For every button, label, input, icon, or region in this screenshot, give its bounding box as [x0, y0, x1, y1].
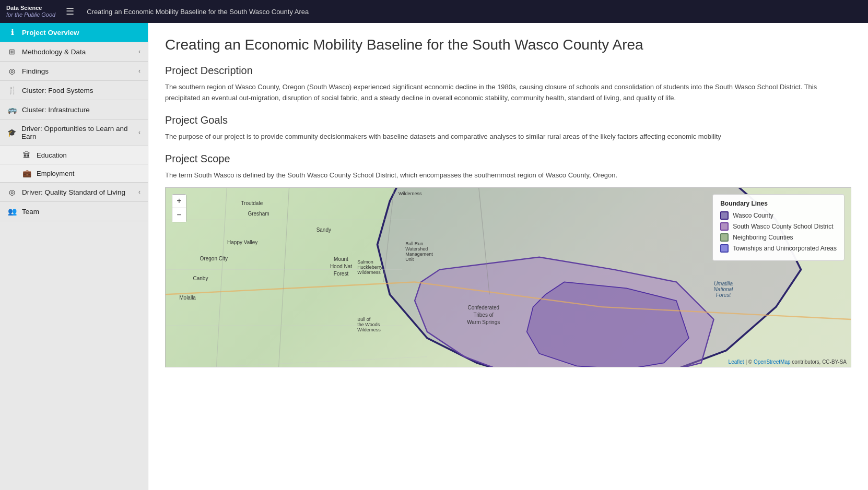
legend-label-south-wasco: South Wasco County School District	[733, 223, 833, 230]
zoom-out-button[interactable]: −	[172, 208, 186, 222]
legend-label-townships: Townships and Unincorporated Areas	[733, 245, 837, 252]
sidebar-item-left-project-overview: ℹ Project Overview	[7, 28, 79, 37]
topbar-page-title: Creating an Economic Mobility Baseline f…	[87, 8, 309, 16]
sidebar-icon-methodology-data: ⊞	[7, 47, 17, 56]
section-scope-title: Project Scope	[165, 153, 851, 165]
sidebar-item-cluster-infra[interactable]: 🚌 Cluster: Infrastructure	[0, 100, 148, 119]
sidebar-icon-cluster-infra: 🚌	[7, 105, 17, 114]
topbar: Data Science for the Public Good ☰ Creat…	[0, 0, 868, 23]
sidebar-sub-item-employment[interactable]: 💼 Employment	[0, 164, 148, 183]
map-legend-title: Boundary Lines	[720, 200, 837, 207]
sidebar-item-project-overview[interactable]: ℹ Project Overview	[0, 23, 148, 42]
legend-item-south-wasco: South Wasco County School District	[720, 222, 837, 231]
sidebar: ℹ Project Overview ⊞ Methodology & Data …	[0, 23, 148, 490]
sidebar-icon-team: 👥	[7, 207, 17, 216]
legend-color-south-wasco	[720, 222, 729, 231]
sidebar-item-team[interactable]: 👥 Team	[0, 202, 148, 221]
openstreetmap-link[interactable]: OpenStreetMap	[754, 359, 791, 365]
sidebar-item-methodology-data[interactable]: ⊞ Methodology & Data ‹	[0, 42, 148, 62]
zoom-in-button[interactable]: +	[172, 195, 186, 208]
legend-item-townships: Townships and Unincorporated Areas	[720, 244, 837, 253]
map-legend: Boundary Lines Wasco County South Wasco …	[712, 194, 844, 261]
sidebar-item-label-findings: Findings	[22, 67, 49, 75]
page-title: Creating an Economic Mobility Baseline f…	[165, 35, 851, 54]
sidebar-item-label-project-overview: Project Overview	[22, 29, 79, 37]
sidebar-item-left-findings: ◎ Findings	[7, 67, 49, 75]
sidebar-item-cluster-food[interactable]: 🍴 Cluster: Food Systems	[0, 81, 148, 100]
legend-color-townships	[720, 244, 729, 253]
map-zoom-controls[interactable]: + −	[172, 194, 186, 222]
sidebar-item-driver-opportunities[interactable]: 🎓 Driver: Opportunities to Learn and Ear…	[0, 119, 148, 146]
content-area: Creating an Economic Mobility Baseline f…	[148, 23, 868, 490]
sidebar-item-label-cluster-infra: Cluster: Infrastructure	[22, 106, 90, 114]
sidebar-icon-cluster-food: 🍴	[7, 86, 17, 94]
legend-item-neighboring: Neighboring Counties	[720, 233, 837, 242]
chevron-icon-driver-quality: ‹	[138, 188, 140, 196]
sidebar-item-left-methodology-data: ⊞ Methodology & Data	[7, 47, 86, 56]
sidebar-item-findings[interactable]: ◎ Findings ‹	[0, 62, 148, 81]
sidebar-item-left-team: 👥 Team	[7, 207, 39, 216]
chevron-icon-findings: ‹	[138, 67, 140, 75]
sidebar-icon-driver-opportunities: 🎓	[7, 128, 16, 137]
section-description-text: The southern region of Wasco County, Ore…	[165, 82, 851, 104]
sidebar-item-left-driver-opportunities: 🎓 Driver: Opportunities to Learn and Ear…	[7, 125, 138, 140]
hamburger-menu-icon[interactable]: ☰	[66, 6, 74, 17]
sidebar-sub-item-education[interactable]: 🏛 Education	[0, 146, 148, 164]
section-goals: Project Goals The purpose of our project…	[165, 114, 851, 142]
sidebar-item-left-cluster-food: 🍴 Cluster: Food Systems	[7, 86, 93, 94]
main-layout: ℹ Project Overview ⊞ Methodology & Data …	[0, 23, 868, 490]
section-goals-title: Project Goals	[165, 114, 851, 126]
sidebar-item-left-driver-quality: ◎ Driver: Quality Standard of Living	[7, 188, 125, 196]
section-description: Project Description The southern region …	[165, 65, 851, 104]
section-description-title: Project Description	[165, 65, 851, 77]
sidebar-icon-education: 🏛	[22, 151, 31, 159]
sidebar-item-label-cluster-food: Cluster: Food Systems	[22, 87, 93, 94]
section-scope: Project Scope The term South Wasco is de…	[165, 153, 851, 181]
sidebar-item-label-driver-opportunities: Driver: Opportunities to Learn and Earn	[21, 125, 138, 140]
sidebar-item-label-methodology-data: Methodology & Data	[22, 48, 86, 56]
legend-item-wasco: Wasco County	[720, 211, 837, 220]
chevron-icon-methodology-data: ‹	[138, 48, 140, 55]
sidebar-item-left-cluster-infra: 🚌 Cluster: Infrastructure	[7, 105, 90, 114]
sidebar-item-label-team: Team	[22, 208, 39, 216]
logo-line1: Data Science	[6, 5, 55, 11]
legend-label-wasco: Wasco County	[733, 212, 773, 219]
sidebar-item-label-driver-quality: Driver: Quality Standard of Living	[22, 188, 125, 196]
sidebar-sub-item-label-education: Education	[37, 151, 67, 159]
chevron-icon-driver-opportunities: ‹	[138, 129, 140, 136]
sidebar-icon-project-overview: ℹ	[7, 28, 17, 37]
legend-color-wasco	[720, 211, 729, 220]
map-attribution: Leaflet | © OpenStreetMap contributors, …	[729, 359, 847, 365]
sidebar-sub-item-label-employment: Employment	[37, 170, 74, 177]
sidebar-icon-findings: ◎	[7, 67, 17, 75]
legend-label-neighboring: Neighboring Counties	[733, 234, 793, 241]
sidebar-item-driver-quality[interactable]: ◎ Driver: Quality Standard of Living ‹	[0, 183, 148, 202]
legend-color-neighboring	[720, 233, 729, 242]
sidebar-icon-employment: 💼	[22, 169, 31, 177]
section-scope-text: The term South Wasco is defined by the S…	[165, 170, 851, 181]
logo: Data Science for the Public Good	[6, 5, 55, 18]
sidebar-icon-driver-quality: ◎	[7, 188, 17, 196]
logo-line2: for the Public Good	[6, 11, 55, 18]
leaflet-link[interactable]: Leaflet	[729, 359, 744, 365]
section-goals-text: The purpose of our project is to provide…	[165, 132, 851, 142]
map-container[interactable]: + − Troutdale Gresham Sandy Happy Valley…	[165, 187, 851, 367]
